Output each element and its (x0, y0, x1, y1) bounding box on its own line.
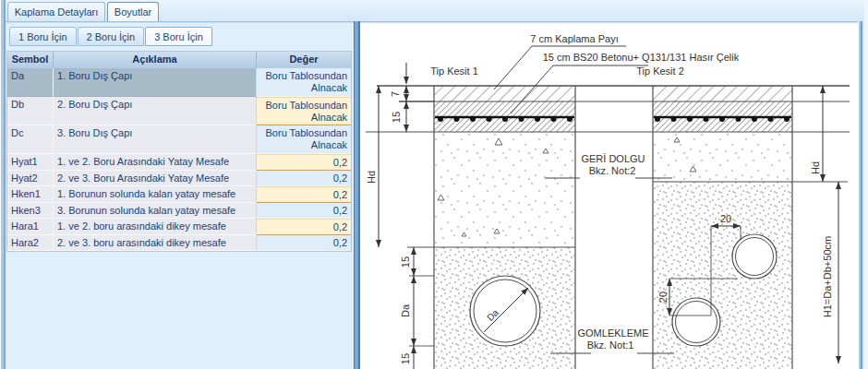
header-sembol: Sembol (7, 52, 54, 68)
header-deger: Değer (257, 52, 351, 68)
table-row-da[interactable]: Da 1. Boru Dış Çapı Boru Tablosundan Aln… (7, 68, 351, 97)
symbol-cell: Hyat1 (7, 154, 54, 171)
parameters-panel: 1 Boru İçin 2 Boru İçin 3 Boru İçin Semb… (6, 23, 354, 369)
symbol-cell: Dc (7, 125, 54, 154)
tab-label: Boyutlar (115, 6, 151, 18)
pipe-count-tab-bar: 1 Boru İçin 2 Boru İçin 3 Boru İçin (9, 27, 213, 47)
dim-7-label: 7 (390, 91, 401, 97)
kaplama-payi-label: 7 cm Kaplama Payı (530, 33, 618, 44)
dim-15-top-label: 15 (391, 112, 402, 123)
beton-label: 15 cm BS20 Betonu+ Q131/131 Hasır Çelik (543, 52, 740, 63)
description-cell: 1. ve 2. boru arasındaki dikey mesafe (54, 219, 257, 235)
dim-hd-left-label: Hd (366, 171, 377, 184)
tab-boyutlar[interactable]: Boyutlar (107, 2, 159, 21)
dim-20-horizontal-label: 20 (720, 213, 731, 224)
dim-h1-label: H1=Da+Db+50cm (822, 236, 833, 317)
symbol-cell: Hara1 (7, 219, 54, 235)
dim-15-bottom-label: 15 (400, 353, 411, 364)
description-cell: 2. Boru Dış Çapı (54, 97, 257, 125)
dim-20-vertical-label: 20 (657, 292, 669, 303)
table-row-hara1[interactable]: Hara1 1. ve 2. boru arasındaki dikey mes… (7, 219, 351, 235)
symbol-cell: Da (7, 68, 54, 97)
table-row-hyat2[interactable]: Hyat2 2. ve 3. Boru Arasındaki Yatay Mes… (7, 171, 351, 187)
table-row-hara2[interactable]: Hara2 2. ve 3. boru arasındaki dikey mes… (7, 235, 351, 252)
value-cell[interactable]: 0,2 (257, 154, 351, 171)
tip-kesit-2-label: Tip Kesit 2 (636, 65, 684, 77)
symbol-cell: Hara2 (7, 235, 54, 252)
value-cell[interactable]: 0,2 (257, 235, 351, 252)
value-cell[interactable]: 0,2 (257, 171, 351, 187)
description-cell: 2. ve 3. boru arasındaki dikey mesafe (54, 235, 257, 252)
panel-splitter[interactable] (354, 21, 360, 369)
table-header-row: Sembol Açıklama Değer (7, 52, 351, 68)
table-row-db[interactable]: Db 2. Boru Dış Çapı Boru Tablosundan Aln… (7, 97, 351, 125)
tab-label: Kaplama Detayları (15, 6, 99, 18)
description-cell: 1. ve 2. Boru Arasındaki Yatay Mesafe (54, 154, 257, 171)
geri-dolgu-label: GERİ DOLGU (581, 153, 645, 164)
subtab-1-boru-icin[interactable]: 1 Boru İçin (9, 27, 77, 46)
application-window: Kaplama Detayları Boyutlar 1 Boru İçin 2… (0, 0, 868, 369)
table-row-hken1[interactable]: Hken1 1. Borunun solunda kalan yatay mes… (7, 186, 351, 203)
right-dimensions (823, 86, 838, 363)
table-row-dc[interactable]: Dc 3. Boru Dış Çapı Boru Tablosundan Aln… (7, 125, 351, 154)
steel-mesh (435, 116, 791, 122)
dim-da-label: Da (400, 304, 411, 317)
pavement-layers (434, 86, 792, 132)
dimension-table: Sembol Açıklama Değer Da 1. Boru Dış Çap… (6, 51, 352, 252)
dim-15-mid-label: 15 (400, 256, 411, 268)
value-cell[interactable]: Boru Tablosundan Alnacak (257, 125, 351, 154)
value-cell[interactable]: Boru Tablosundan Alnacak (257, 97, 351, 125)
symbol-cell: Hken1 (7, 186, 54, 203)
drawing-panel-right-border[interactable] (858, 21, 864, 369)
value-cell[interactable]: 0,2 (257, 203, 351, 220)
subtab-3-boru-icin[interactable]: 3 Boru İçin (145, 27, 212, 46)
value-cell[interactable]: Boru Tablosundan Alnacak (257, 68, 351, 97)
symbol-cell: Db (7, 97, 54, 125)
left-dimensions (379, 63, 434, 369)
gomlekleme-note: Bkz. Not:1 (587, 339, 634, 351)
drawing-panel: Da 7 15 Hd 15 Da 15 (360, 23, 858, 369)
description-cell: 2. ve 3. Boru Arasındaki Yatay Mesafe (54, 171, 257, 187)
description-cell: 3. Borunun solunda kalan yatay mesafe (54, 203, 257, 220)
symbol-cell: Hken3 (7, 203, 54, 220)
value-cell[interactable]: 0,2 (257, 219, 351, 235)
description-cell: 3. Boru Dış Çapı (54, 125, 257, 154)
value-cell[interactable]: 0,2 (257, 186, 351, 203)
header-aciklama: Açıklama (54, 52, 257, 68)
tab-kaplama-detaylari[interactable]: Kaplama Detayları (7, 2, 105, 21)
table-row-hyat1[interactable]: Hyat1 1. ve 2. Boru Arasındaki Yatay Mes… (7, 154, 351, 171)
geri-dolgu-note: Bkz. Not:2 (589, 165, 636, 176)
window-right-border (864, 0, 868, 369)
tip-kesit-1-label: Tip Kesit 1 (430, 65, 478, 77)
description-cell: 1. Borunun solunda kalan yatay mesafe (54, 186, 257, 203)
dim-hd-right-label: Hd (810, 161, 821, 174)
table-row-hken3[interactable]: Hken3 3. Borunun solunda kalan yatay mes… (7, 203, 351, 220)
technical-drawing: Da 7 15 Hd 15 Da 15 (360, 23, 858, 369)
subtab-2-boru-icin[interactable]: 2 Boru İçin (78, 27, 145, 46)
symbol-cell: Hyat2 (7, 171, 54, 187)
description-cell: 1. Boru Dış Çapı (54, 68, 257, 97)
gomlekleme-label: GOMLEKLEME (577, 327, 648, 339)
main-tab-bar: Kaplama Detayları Boyutlar (6, 0, 864, 21)
